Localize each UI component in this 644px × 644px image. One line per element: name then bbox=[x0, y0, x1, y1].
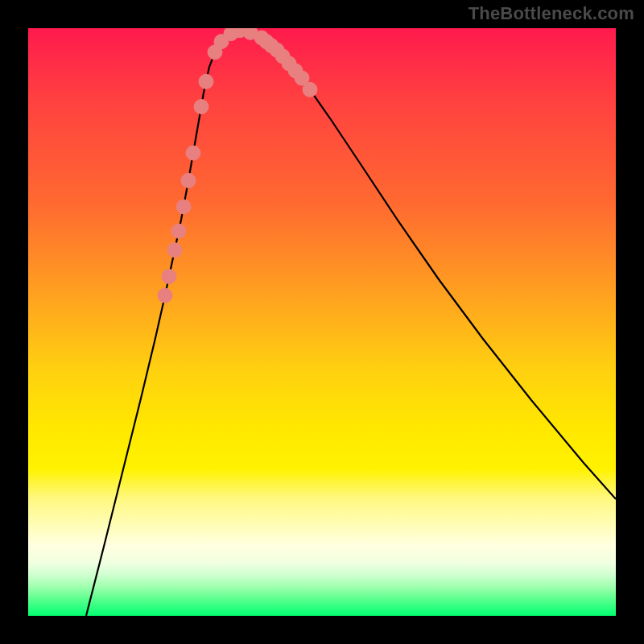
data-point bbox=[194, 100, 208, 114]
data-point bbox=[199, 74, 213, 89]
data-point bbox=[186, 146, 200, 160]
data-point bbox=[176, 200, 191, 214]
marker-group bbox=[158, 28, 317, 303]
data-point bbox=[158, 288, 172, 303]
v-curve-path bbox=[86, 30, 616, 616]
data-point bbox=[181, 173, 196, 188]
curve-svg bbox=[28, 28, 616, 616]
data-point bbox=[303, 82, 317, 97]
data-point bbox=[167, 243, 182, 258]
data-point bbox=[162, 270, 176, 284]
watermark-text: TheBottleneck.com bbox=[469, 3, 634, 24]
plot-area bbox=[28, 28, 616, 616]
chart-container: TheBottleneck.com bbox=[0, 0, 644, 644]
data-point bbox=[171, 224, 186, 238]
